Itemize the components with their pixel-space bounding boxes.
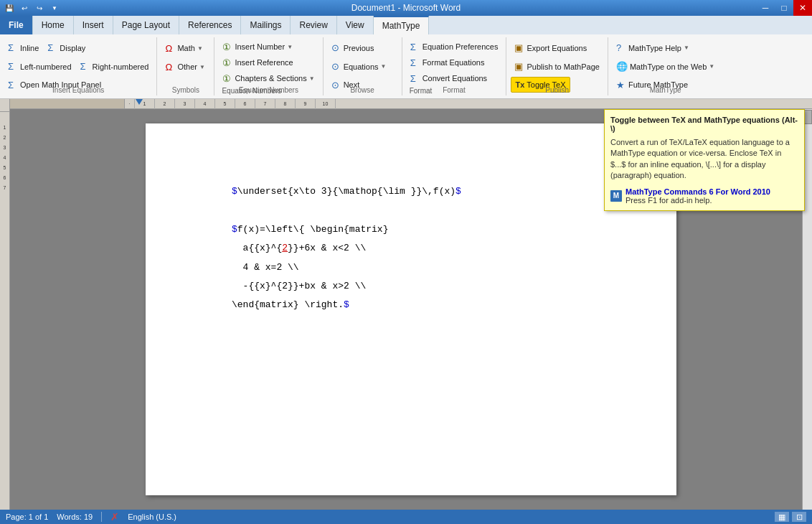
tooltip-footer-title: MathType Commands 6 For Word 2010	[625, 187, 770, 196]
words-status: Words: 19	[57, 513, 93, 521]
latex-line-6: -{{x}^{2}}+bx & x>2 \\	[232, 278, 605, 294]
left-numbered-label: Left-numbered	[20, 62, 72, 71]
chapters-arrow: ▼	[309, 75, 315, 82]
format-group-label: Format	[402, 86, 506, 94]
previous-label: Previous	[344, 44, 374, 52]
left-numbered-icon: Σ	[8, 61, 18, 72]
eq-prefs-icon: Σ	[410, 42, 420, 52]
minimize-button[interactable]: ─	[756, 0, 775, 16]
window-controls: ─ □ ✕	[756, 0, 812, 16]
save-icon[interactable]: 💾	[3, 1, 16, 14]
status-right-controls: ▦ ⊡	[775, 512, 806, 522]
ruler-v-marks: 1 2 3 4 5 6 7	[3, 112, 7, 197]
vertical-ruler: 1 2 3 4 5 6 7	[0, 99, 10, 510]
view-mode-button[interactable]: ▦	[775, 512, 789, 522]
math-button[interactable]: Ω Math ▼	[161, 40, 206, 56]
equations-button[interactable]: ⊙ Equations ▼	[328, 59, 390, 75]
language-status[interactable]: English (U.S.)	[128, 513, 176, 521]
chapters-sections-label: Chapters & Sections	[235, 74, 306, 83]
inline-button[interactable]: Σ Inline	[4, 40, 42, 56]
tooltip-mathtype-icon: M	[610, 190, 622, 202]
tab-review[interactable]: Review	[291, 16, 336, 34]
mathtype-help-button[interactable]: ? MathType Help ▼	[613, 40, 693, 56]
convert-equations-button[interactable]: Σ Convert Equations	[407, 70, 491, 86]
left-numbered-button[interactable]: Σ Left-numbered	[4, 59, 75, 75]
dollar-sign-2: $	[455, 186, 461, 197]
other-button[interactable]: Ω Other ▼	[161, 59, 208, 75]
mathtype-help-label: MathType Help	[628, 44, 681, 52]
math-dropdown-arrow: ▼	[197, 45, 203, 52]
right-numbered-icon: Σ	[80, 61, 90, 72]
dropdown-icon[interactable]: ▼	[48, 1, 61, 14]
tab-page-layout[interactable]: Page Layout	[113, 16, 179, 34]
close-button[interactable]: ✕	[793, 0, 812, 16]
mathtype-help-arrow: ▼	[684, 45, 689, 51]
tab-mathtype[interactable]: MathType	[374, 16, 430, 34]
insert-number-button[interactable]: ① Insert Number ▼	[219, 39, 296, 55]
other-dropdown-arrow: ▼	[199, 64, 205, 70]
tab-file[interactable]: File	[0, 16, 33, 34]
window-title: Document1 - Microsoft Word	[351, 3, 461, 13]
insert-ref-icon: ①	[222, 57, 232, 68]
mathtype-row1: ? MathType Help ▼	[613, 39, 718, 57]
spell-check-icon[interactable]: ✗	[110, 511, 119, 523]
mathtype-web-button[interactable]: 🌐 MathType on the Web ▼	[613, 59, 718, 75]
right-numbered-button[interactable]: Σ Right-numbered	[77, 59, 153, 75]
insert-reference-button[interactable]: ① Insert Reference	[219, 55, 296, 70]
ruler-h-marks: · 1 2 3 4 5 6 7 8 9 10	[125, 99, 336, 109]
document-page[interactable]: $\underset{x\to 3}{\mathop{\lim }}\,f(x)…	[146, 123, 676, 495]
eq-numbers-row2: ① Insert Reference	[219, 55, 318, 70]
tab-insert[interactable]: Insert	[74, 16, 113, 34]
format-row1: Σ Equation Preferences	[407, 39, 502, 55]
other-icon: Ω	[165, 62, 175, 72]
insert-number-label: Insert Number	[235, 42, 285, 51]
tab-mailings[interactable]: Mailings	[241, 16, 291, 34]
full-screen-button[interactable]: ⊡	[792, 512, 806, 522]
mathtype-group-label: MathType	[608, 86, 722, 94]
page-status: Page: 1 of 1	[6, 513, 48, 521]
tooltip-footer-text: MathType Commands 6 For Word 2010 Press …	[625, 187, 770, 205]
page-value: 1 of 1	[29, 513, 49, 521]
undo-icon[interactable]: ↩	[18, 1, 31, 14]
mathtype-web-icon: 🌐	[616, 61, 628, 72]
equations-icon: ⊙	[331, 61, 341, 72]
maximize-button[interactable]: □	[775, 0, 793, 16]
math-label: Math	[177, 44, 194, 52]
group-publish: ▣ Export Equations ▣ Publish to MathPage…	[506, 37, 608, 95]
quick-access-toolbar: 💾 ↩ ↪ ▼	[0, 0, 61, 16]
tab-view[interactable]: View	[337, 16, 374, 34]
publish-row2: ▣ Publish to MathPage	[511, 57, 603, 76]
tooltip-title: Toggle between TeX and MathType equation…	[610, 116, 798, 133]
format-row3: Σ Convert Equations	[407, 70, 502, 86]
tooltip-body: Convert a run of TeX/LaTeX equation lang…	[610, 137, 798, 182]
equations-arrow: ▼	[381, 63, 387, 70]
insert-equations-row2: Σ Left-numbered Σ Right-numbered	[4, 57, 152, 76]
equation-preferences-button[interactable]: Σ Equation Preferences	[407, 39, 502, 55]
eq-numbers-row3: ① Chapters & Sections ▼	[219, 70, 318, 86]
title-bar: 💾 ↩ ↪ ▼ Document1 - Microsoft Word ─ □ ✕	[0, 0, 812, 16]
document-area[interactable]: $\underset{x\to 3}{\mathop{\lim }}\,f(x)…	[10, 109, 812, 510]
insert-number-icon: ①	[222, 42, 232, 52]
convert-equations-label: Convert Equations	[422, 74, 488, 83]
group-format: Σ Equation Preferences Σ Format Equation…	[402, 37, 507, 95]
chapters-icon: ①	[222, 73, 232, 84]
export-equations-button[interactable]: ▣ Export Equations	[511, 40, 590, 56]
publish-group-label: Publish	[506, 86, 608, 94]
equation-numbers-group-label: Equation Numbers	[214, 86, 322, 94]
redo-icon[interactable]: ↪	[33, 1, 46, 14]
display-label: Display	[60, 44, 85, 52]
previous-button[interactable]: ⊙ Previous	[328, 40, 378, 56]
words-value: 19	[84, 513, 93, 521]
format-row2: Σ Format Equations	[407, 55, 502, 70]
equation-preferences-label: Equation Preferences	[422, 42, 499, 51]
insert-equations-group-label: Insert Equations	[0, 86, 156, 94]
dollar-sign-1: $	[232, 186, 237, 197]
publish-row1: ▣ Export Equations	[511, 39, 603, 57]
mathtype-help-icon: ?	[616, 42, 626, 53]
display-button[interactable]: Σ Display	[44, 40, 89, 56]
tab-references[interactable]: References	[179, 16, 241, 34]
format-equations-button[interactable]: Σ Format Equations	[407, 55, 488, 70]
publish-mathpage-button[interactable]: ▣ Publish to MathPage	[511, 59, 603, 75]
tab-home[interactable]: Home	[33, 16, 74, 34]
chapters-sections-button[interactable]: ① Chapters & Sections ▼	[219, 70, 318, 86]
